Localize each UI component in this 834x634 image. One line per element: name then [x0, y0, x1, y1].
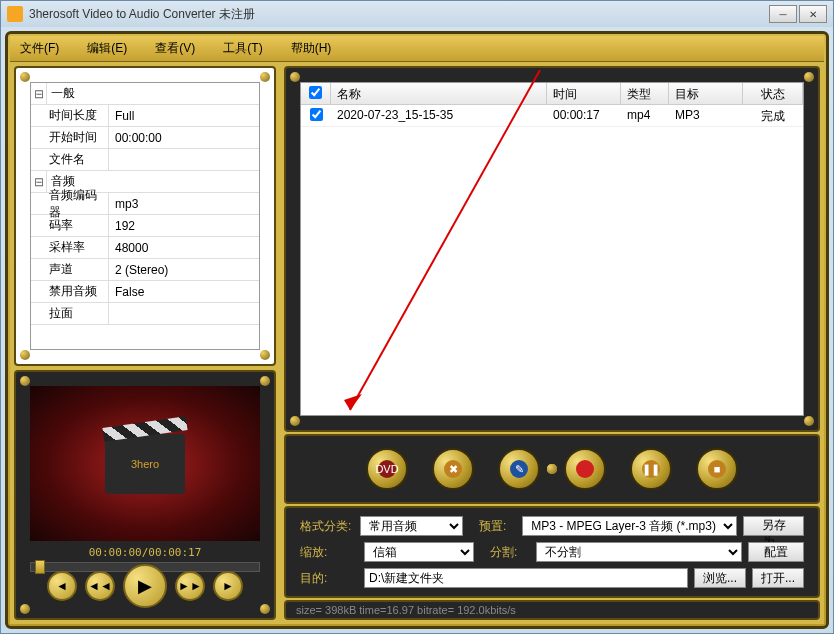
close-button[interactable]: ✕: [799, 5, 827, 23]
add-dvd-button[interactable]: DVD: [366, 448, 408, 490]
saveas-button[interactable]: 另存为...: [743, 516, 804, 536]
property-panel: ⊟一般 时间长度Full 开始时间00:00:00 文件名 ⊟音频 音频编码器m…: [14, 66, 276, 366]
statusbar: size= 398kB time=16.97 bitrate= 192.0kbi…: [284, 600, 820, 620]
menu-help[interactable]: 帮助(H): [291, 40, 332, 57]
format-select[interactable]: 常用音频: [360, 516, 463, 536]
minimize-button[interactable]: ─: [769, 5, 797, 23]
row-checkbox[interactable]: [310, 108, 323, 121]
preset-select[interactable]: MP3 - MPEG Layer-3 音频 (*.mp3): [522, 516, 737, 536]
menu-tools[interactable]: 工具(T): [223, 40, 262, 57]
expand-icon[interactable]: ⊟: [31, 171, 47, 192]
config-button[interactable]: 配置: [748, 542, 804, 562]
filelist-header: 名称 时间 类型 目标 状态: [301, 83, 803, 105]
clapper-icon: 3hero: [105, 434, 185, 494]
table-row[interactable]: 2020-07-23_15-15-35 00:00:17 mp4 MP3 完成: [301, 105, 803, 127]
browse-button[interactable]: 浏览...: [694, 568, 746, 588]
next-button[interactable]: ►: [213, 571, 243, 601]
preview-video: 3hero: [30, 386, 260, 541]
stop-button[interactable]: ■: [696, 448, 738, 490]
forward-button[interactable]: ►►: [175, 571, 205, 601]
rewind-button[interactable]: ◄◄: [85, 571, 115, 601]
play-button[interactable]: ▶: [123, 564, 167, 608]
window-title: 3herosoft Video to Audio Converter 未注册: [29, 6, 255, 23]
preview-panel: 3hero 00:00:00/00:00:17 ◄ ◄◄ ▶ ►► ►: [14, 370, 276, 620]
menu-file[interactable]: 文件(F): [20, 40, 59, 57]
toolbar: DVD ✖ ✎ ❚❚ ■: [284, 434, 820, 504]
edit-button[interactable]: ✎: [498, 448, 540, 490]
record-button[interactable]: [564, 448, 606, 490]
split-select[interactable]: 不分割: [536, 542, 742, 562]
app-icon: [7, 6, 23, 22]
settings-panel: 格式分类: 常用音频 预置: MP3 - MPEG Layer-3 音频 (*.…: [284, 506, 820, 598]
dest-input[interactable]: [364, 568, 688, 588]
menu-view[interactable]: 查看(V): [155, 40, 195, 57]
property-grid[interactable]: ⊟一般 时间长度Full 开始时间00:00:00 文件名 ⊟音频 音频编码器m…: [30, 82, 260, 350]
select-all-checkbox[interactable]: [309, 86, 322, 99]
expand-icon[interactable]: ⊟: [31, 83, 47, 104]
timecode: 00:00:00/00:00:17: [30, 546, 260, 559]
open-button[interactable]: 打开...: [752, 568, 804, 588]
zoom-select[interactable]: 信箱: [364, 542, 474, 562]
remove-button[interactable]: ✖: [432, 448, 474, 490]
menubar: 文件(F) 编辑(E) 查看(V) 工具(T) 帮助(H): [10, 36, 824, 62]
menu-edit[interactable]: 编辑(E): [87, 40, 127, 57]
pause-button[interactable]: ❚❚: [630, 448, 672, 490]
titlebar: 3herosoft Video to Audio Converter 未注册 ─…: [1, 1, 833, 27]
prev-button[interactable]: ◄: [47, 571, 77, 601]
filelist-panel: 名称 时间 类型 目标 状态 2020-07-23_15-15-35 00:00…: [284, 66, 820, 432]
